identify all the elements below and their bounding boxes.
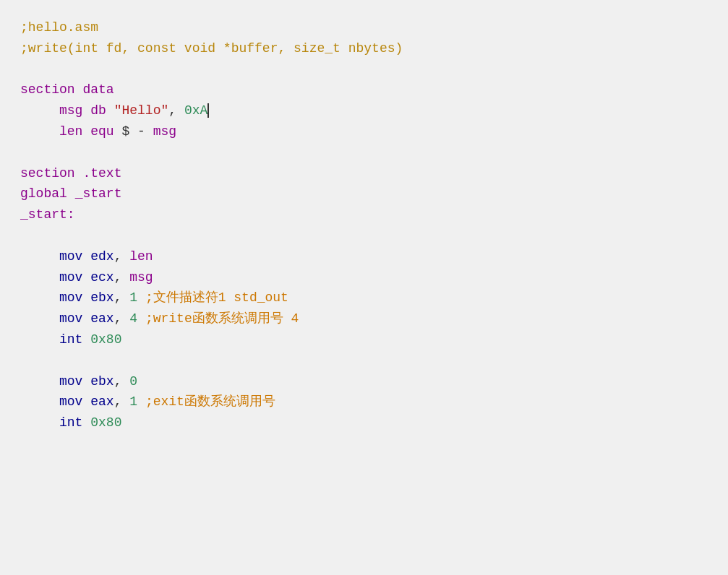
code-token: ;write函数系统调用号 4	[145, 311, 299, 326]
code-line: section data	[20, 79, 708, 100]
code-line: global _start	[20, 183, 708, 204]
code-token	[20, 290, 59, 305]
code-line: _start:	[20, 204, 708, 225]
code-token	[20, 270, 59, 285]
code-token	[82, 290, 90, 305]
code-line	[20, 59, 708, 80]
code-token: _start	[75, 186, 122, 201]
code-line: len equ $ - msg	[20, 121, 708, 142]
code-token: msg	[59, 103, 82, 118]
code-token: mov	[59, 394, 82, 409]
code-line: mov ebx, 0	[20, 371, 708, 392]
code-token	[137, 394, 145, 409]
code-token: ;write(int fd, const void *buffer, size_…	[20, 41, 403, 56]
code-line	[20, 142, 708, 163]
code-token: section	[20, 82, 75, 97]
code-token: ,	[114, 394, 130, 409]
code-token: 1	[129, 394, 137, 409]
code-token	[20, 124, 59, 139]
code-token	[75, 166, 83, 181]
code-token	[82, 124, 90, 139]
code-token: int	[59, 332, 82, 347]
code-token	[20, 415, 59, 430]
code-token: .text	[82, 166, 121, 181]
code-token: 0	[129, 374, 137, 389]
code-token: 0x80	[90, 332, 121, 347]
code-token: ebx	[90, 374, 114, 389]
code-token: msg	[129, 270, 153, 285]
code-token: ;文件描述符1 std_out	[145, 290, 288, 305]
code-token: ;hello.asm	[20, 20, 98, 35]
code-token: ,	[114, 374, 130, 389]
code-token	[20, 311, 59, 326]
code-token: mov	[59, 249, 82, 264]
code-token: len	[129, 249, 153, 264]
code-token	[106, 103, 114, 118]
code-line: ;write(int fd, const void *buffer, size_…	[20, 38, 708, 59]
code-token: _start:	[20, 207, 75, 222]
code-token	[82, 394, 90, 409]
code-token: 1	[129, 290, 137, 305]
code-token: ebx	[90, 290, 114, 305]
code-line: mov eax, 4 ;write函数系统调用号 4	[20, 308, 708, 329]
code-token: data	[82, 82, 114, 97]
code-line: msg db "Hello", 0xA	[20, 100, 708, 121]
code-token: "Hello"	[114, 103, 169, 118]
code-token: ,	[114, 311, 130, 326]
code-token	[20, 249, 59, 264]
code-token	[75, 82, 83, 97]
code-token: ,	[114, 270, 130, 285]
code-token	[82, 249, 90, 264]
code-token	[114, 124, 122, 139]
code-token: equ	[90, 124, 114, 139]
code-token: global	[20, 186, 67, 201]
code-token: int	[59, 415, 82, 430]
code-line: int 0x80	[20, 329, 708, 350]
code-token	[82, 270, 90, 285]
code-line: mov ebx, 1 ;文件描述符1 std_out	[20, 288, 708, 308]
code-token	[82, 332, 90, 347]
code-token: ;exit函数系统调用号	[145, 394, 275, 409]
code-token: eax	[90, 394, 114, 409]
code-line: mov ecx, msg	[20, 267, 708, 288]
code-token	[20, 332, 59, 347]
code-token: ecx	[90, 270, 114, 285]
code-line: section .text	[20, 163, 708, 184]
code-line: mov edx, len	[20, 246, 708, 267]
code-token: ,	[114, 249, 130, 264]
code-line: int 0x80	[20, 412, 708, 433]
code-line	[20, 350, 708, 371]
code-token: 0x80	[90, 415, 121, 430]
code-token	[137, 290, 145, 305]
code-token: mov	[59, 311, 82, 326]
code-token: ,	[168, 103, 184, 118]
code-token	[82, 374, 90, 389]
code-token	[82, 311, 90, 326]
code-token	[137, 311, 145, 326]
code-token: ,	[114, 290, 130, 305]
code-editor: ;hello.asm;write(int fd, const void *buf…	[20, 17, 708, 433]
code-token: edx	[90, 249, 114, 264]
code-token	[67, 186, 75, 201]
text-cursor	[207, 103, 209, 118]
code-token: mov	[59, 270, 82, 285]
code-token: mov	[59, 374, 82, 389]
code-line	[20, 225, 708, 246]
code-line: mov eax, 1 ;exit函数系统调用号	[20, 392, 708, 412]
code-token: 4	[129, 311, 137, 326]
code-token: len	[59, 124, 82, 139]
code-token: -	[129, 124, 153, 139]
code-token: db	[90, 103, 106, 118]
code-token: msg	[153, 124, 176, 139]
code-token: 0xA	[184, 103, 207, 118]
code-token	[20, 103, 59, 118]
code-token	[82, 103, 90, 118]
code-token	[20, 394, 59, 409]
code-token: section	[20, 166, 75, 181]
code-token: mov	[59, 290, 82, 305]
code-line: ;hello.asm	[20, 17, 708, 38]
code-token	[20, 374, 59, 389]
code-token: eax	[90, 311, 114, 326]
code-token: $	[121, 124, 129, 139]
code-token	[82, 415, 90, 430]
